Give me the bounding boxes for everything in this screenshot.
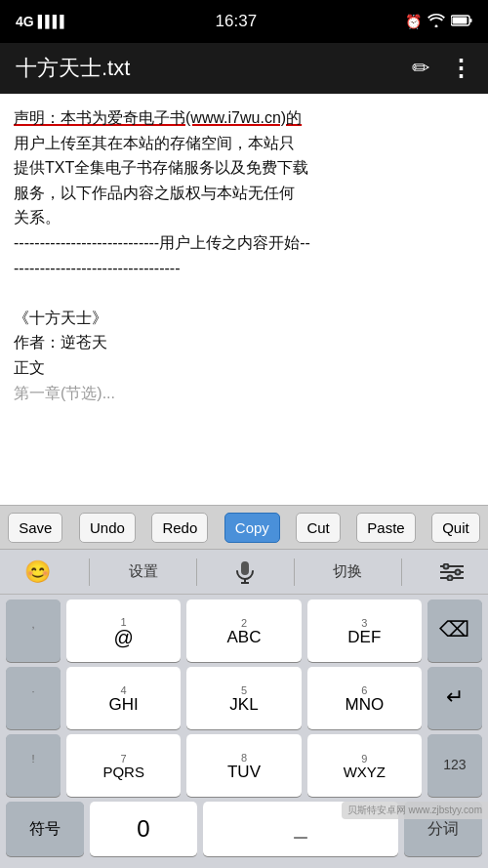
key-7-main: PQRS [102,765,144,779]
text-line-6: ----------------------------用户上传之内容开始-- [14,234,310,251]
exclaim-key-num: ! [31,754,34,765]
text-line-9: 作者：逆苍天 [14,334,107,351]
keyboard-row-3: ! 7 PQRS 8 TUV 9 WXYZ 123 [0,729,488,797]
options-button[interactable] [430,559,473,585]
text-line-11: 第一章(节选)... [14,385,115,401]
key-4-ghi[interactable]: 4 GHI [66,667,181,729]
comma-key[interactable]: , [6,599,61,662]
title-actions: ✏ ⋮ [412,55,472,82]
text-line-2: 用户上传至其在本站的存储空间，本站只 [14,135,295,151]
key-3-def[interactable]: 3 DEF [307,599,422,662]
document-content: 声明：本书为爱奇电子书(www.i7wu.cn)的 用户上传至其在本站的存储空间… [14,105,474,405]
key-2-abc[interactable]: 2 ABC [186,599,301,662]
settings-button[interactable]: 设置 [119,558,168,585]
key-6-mno[interactable]: 6 MNO [307,667,422,729]
space-label: ＿ [291,816,310,843]
comma-key-num: , [31,619,34,630]
svg-point-11 [448,575,453,580]
text-line-10: 正文 [14,359,45,376]
quit-button[interactable]: Quit [431,513,480,543]
edit-icon[interactable]: ✏ [412,56,429,81]
exclaim-key[interactable]: ! [6,734,61,797]
save-button[interactable]: Save [8,513,62,543]
text-line-5: 关系。 [14,209,61,226]
cut-button[interactable]: Cut [296,513,340,543]
zero-label: 0 [137,815,149,843]
key-3-main: DEF [347,629,381,645]
redo-button[interactable]: Redo [151,513,208,543]
watermark: 贝斯特安卓网 www.zjbstyy.com [342,802,488,819]
keyboard: , 1 @ 2 ABC 3 DEF ⌫ · 4 GHI 5 JK [0,595,488,868]
svg-point-10 [456,569,461,574]
title-bar: 十方天士.txt ✏ ⋮ [0,43,488,94]
dot-key-num: · [31,686,34,697]
num123-label: 123 [443,758,466,771]
keyboard-row-2: · 4 GHI 5 JKL 6 MNO ↵ [0,662,488,729]
key-8-tuv[interactable]: 8 TUV [186,734,301,797]
text-line-4: 服务，以下作品内容之版权与本站无任何 [14,185,295,201]
more-icon[interactable]: ⋮ [449,55,472,82]
key-1-at[interactable]: 1 @ [66,599,181,662]
key-1-num: 1 [121,617,127,628]
emoji-button[interactable]: 😊 [15,556,61,589]
key-2-main: ABC [227,629,262,645]
key-8-main: TUV [227,764,261,780]
svg-rect-3 [241,561,249,575]
text-line-3: 提供TXT全集电子书存储服务以及免费下载 [14,159,308,176]
switch-button[interactable]: 切换 [323,558,372,585]
symbol-key[interactable]: 符号 [6,802,84,856]
copy-button[interactable]: Copy [224,513,280,543]
highlighted-text: 声明：本书为爱奇电子书(www.i7wu.cn)的 [14,109,302,126]
document-title: 十方天士.txt [16,54,130,83]
delete-key[interactable]: ⌫ [427,599,482,662]
dot-key-main [31,697,35,713]
status-time: 16:37 [216,12,258,31]
text-line-7: -------------------------------- [14,260,181,276]
key-4-main: GHI [109,696,139,713]
wifi-icon [427,14,445,30]
exclaim-key-main [31,765,35,780]
text-line-8: 《十方天士》 [14,310,107,326]
battery-icon [451,14,472,29]
key-7-pqrs[interactable]: 7 PQRS [66,734,181,797]
key-5-main: JKL [229,696,258,713]
alarm-icon: ⏰ [405,14,422,29]
divider-2 [196,558,197,586]
symbol-label: 符号 [29,819,61,840]
key-9-main: WXYZ [344,765,386,779]
key-5-jkl[interactable]: 5 JKL [186,667,301,729]
status-bar: 4G ▌▌▌▌ 16:37 ⏰ [0,0,488,43]
svg-point-9 [444,563,449,568]
svg-rect-1 [453,18,468,24]
text-editor[interactable]: 声明：本书为爱奇电子书(www.i7wu.cn)的 用户上传至其在本站的存储空间… [0,94,488,505]
dot-key[interactable]: · [6,667,61,729]
divider-4 [401,558,402,586]
key-9-wxyz[interactable]: 9 WXYZ [307,734,422,797]
comma-key-main [31,630,35,645]
undo-button[interactable]: Undo [79,513,136,543]
divider-1 [89,558,90,586]
keyboard-row-1: , 1 @ 2 ABC 3 DEF ⌫ [0,595,488,662]
ime-toolbar: 😊 设置 切换 [0,550,488,595]
fenhai-label: 分词 [427,819,459,840]
enter-key[interactable]: ↵ [427,667,482,729]
signal-bars: ▌▌▌▌ [38,15,67,28]
enter-icon: ↵ [446,686,464,708]
mic-button[interactable] [225,557,264,588]
num123-key[interactable]: 123 [427,734,482,797]
status-icons: ⏰ [405,14,472,30]
delete-icon: ⌫ [439,619,469,641]
key-1-main: @ [114,628,134,647]
4g-label: 4G [16,14,34,29]
key-6-main: MNO [345,696,384,713]
svg-rect-2 [470,19,472,22]
zero-key[interactable]: 0 [90,802,197,856]
divider-3 [294,558,295,586]
paste-button[interactable]: Paste [356,513,415,543]
status-signal: 4G ▌▌▌▌ [16,14,67,29]
edit-toolbar: Save Undo Redo Copy Cut Paste Quit [0,505,488,550]
